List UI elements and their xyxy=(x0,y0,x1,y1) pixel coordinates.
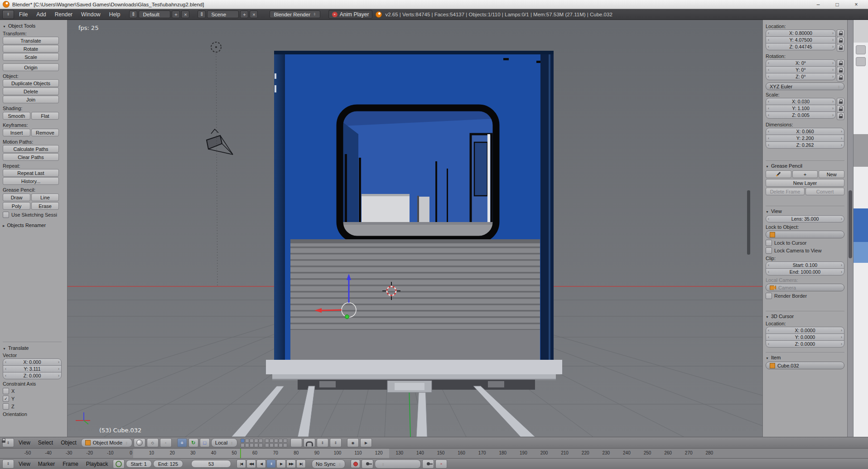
constraint-y-checkbox[interactable]: Y xyxy=(3,396,62,402)
grease-pencil-add-icon[interactable]: + xyxy=(792,170,818,178)
mode-dropdown[interactable]: Object Mode xyxy=(81,438,132,447)
pivot-align-toggle[interactable]: ◦ xyxy=(160,438,172,447)
flat-button[interactable]: Flat xyxy=(31,112,59,120)
screen-layout-delete-button[interactable]: × xyxy=(181,10,189,18)
snap-element-dropdown[interactable]: ⇕ xyxy=(317,438,328,447)
clip-end-field[interactable]: End: 1000.000 xyxy=(766,268,844,276)
scale-button[interactable]: Scale xyxy=(3,53,59,61)
location-y-field[interactable]: Y: 4.07500 xyxy=(766,36,836,44)
vector-y-field[interactable]: Y: 3.111 xyxy=(3,365,62,372)
layer-toggle[interactable] xyxy=(250,443,254,447)
history-button[interactable]: History... xyxy=(3,177,59,185)
cursor-x-field[interactable]: X: 0.0000 xyxy=(766,327,844,334)
layer-toggle[interactable] xyxy=(283,439,287,443)
translate-button[interactable]: Translate xyxy=(3,37,59,44)
dimensions-y-field[interactable]: Y: 2.200 xyxy=(766,135,844,142)
convert-button[interactable]: Convert xyxy=(805,188,844,195)
snap-toggle[interactable] xyxy=(304,438,315,447)
snap-target-dropdown[interactable]: ⇕ xyxy=(330,438,342,447)
timeline-ruler[interactable]: -50-40-30-20-100102030405060708090100110… xyxy=(0,448,868,459)
menu-add[interactable]: Add xyxy=(33,11,49,18)
repeat-last-button[interactable]: Repeat Last xyxy=(3,169,59,177)
auto-keyframe-record-button[interactable] xyxy=(351,459,360,468)
rotation-z-field[interactable]: Z: 0° xyxy=(766,73,836,80)
lock-camera-checkbox[interactable]: Lock Camera to View xyxy=(766,247,844,254)
new-layer-button[interactable]: New Layer xyxy=(766,179,844,187)
layer-toggle[interactable] xyxy=(265,439,269,443)
menu-window[interactable]: Window xyxy=(77,11,104,18)
layer-toggle[interactable] xyxy=(259,439,263,443)
y-handle[interactable] xyxy=(345,315,349,319)
layer-toggle[interactable] xyxy=(265,443,269,447)
scene-field[interactable]: Scene xyxy=(207,10,239,18)
maximize-button[interactable]: □ xyxy=(828,0,846,9)
lock-rotation-x-icon[interactable] xyxy=(837,59,844,67)
rotation-mode-dropdown[interactable]: XYZ Euler xyxy=(766,82,844,90)
panel-3d-cursor[interactable]: 3D Cursor xyxy=(766,311,844,319)
join-button[interactable]: Join xyxy=(3,96,59,103)
anim-player-button[interactable]: Anim Player xyxy=(328,10,373,19)
lock-scale-y-icon[interactable] xyxy=(837,105,844,113)
active-keying-set-dropdown[interactable] xyxy=(375,459,421,469)
panel-view[interactable]: View xyxy=(766,206,844,214)
layer-toggle[interactable] xyxy=(250,439,254,443)
constraint-x-checkbox[interactable]: X xyxy=(3,388,62,394)
layer-toggle[interactable] xyxy=(254,439,258,443)
menu-file[interactable]: File xyxy=(15,11,31,18)
lock-rotation-z-icon[interactable] xyxy=(837,74,844,82)
lock-location-x-icon[interactable] xyxy=(837,29,844,37)
menu-select[interactable]: Select xyxy=(35,440,56,446)
scale-z-field[interactable]: Z: 0.005 xyxy=(766,111,836,119)
gp-poly-button[interactable]: Poly xyxy=(3,202,30,210)
panel-object-tools[interactable]: Object Tools xyxy=(3,23,64,29)
menu-view[interactable]: View xyxy=(15,461,34,467)
scale-y-field[interactable]: Y: 1.100 xyxy=(766,105,836,112)
calculate-paths-button[interactable]: Calculate Paths xyxy=(3,145,59,153)
constraint-z-checkbox[interactable]: Z xyxy=(3,403,62,410)
transport-button[interactable]: ▶| xyxy=(296,459,306,468)
lens-field[interactable]: Lens: 35.000 xyxy=(766,215,844,222)
grease-pencil-draw-icon[interactable] xyxy=(766,170,791,178)
layer-toggle[interactable] xyxy=(279,439,283,443)
smooth-button[interactable]: Smooth xyxy=(3,112,30,120)
render-engine-dropdown[interactable]: Blender Render xyxy=(270,10,320,18)
layer-toggle[interactable] xyxy=(245,443,249,447)
delete-frame-button[interactable]: Delete Frame xyxy=(766,188,805,195)
keying-set-icon[interactable] xyxy=(362,459,373,469)
transport-button[interactable]: ◀ xyxy=(256,459,266,468)
vector-z-field[interactable]: Z: 0.000 xyxy=(3,372,62,379)
scene-add-button[interactable]: + xyxy=(240,10,248,18)
dimensions-z-field[interactable]: Z: 0.262 xyxy=(766,141,844,149)
editor-type-icon[interactable]: ⇕ xyxy=(2,10,14,19)
panel-objects-renamer[interactable]: Objects Renamer xyxy=(3,222,64,228)
properties-scrollbar[interactable] xyxy=(847,20,853,437)
manipulator-scale-toggle[interactable]: □ xyxy=(200,438,210,447)
gp-erase-button[interactable]: Erase xyxy=(31,202,59,210)
clip-start-field[interactable]: Start: 0.100 xyxy=(766,261,844,269)
remove-keyframe-button[interactable]: Remove xyxy=(31,129,59,136)
duplicate-objects-button[interactable]: Duplicate Objects xyxy=(3,79,59,87)
layer-toggle[interactable] xyxy=(259,443,263,447)
menu-marker[interactable]: Marker xyxy=(35,461,58,467)
layer-toggle[interactable] xyxy=(274,443,278,447)
transport-button[interactable]: ▶ xyxy=(276,459,286,468)
scene-delete-button[interactable]: × xyxy=(250,10,258,18)
current-frame-indicator[interactable] xyxy=(240,449,241,459)
transport-button[interactable]: ◀◀ xyxy=(246,459,256,468)
menu-view[interactable]: View xyxy=(15,440,34,446)
lock-scale-z-icon[interactable] xyxy=(837,112,844,120)
cursor-z-field[interactable]: Z: 0.0000 xyxy=(766,340,844,348)
delete-button[interactable]: Delete xyxy=(3,87,59,95)
close-button[interactable]: × xyxy=(847,0,865,9)
layer-toggle[interactable] xyxy=(270,439,274,443)
lock-to-cursor-checkbox[interactable]: Lock to Cursor xyxy=(766,240,844,246)
lock-location-y-icon[interactable] xyxy=(837,37,844,44)
viewport-3d[interactable]: fps: 25 (53) Cube.032 xyxy=(68,20,762,437)
scene-browse-icon[interactable]: ⇕ xyxy=(198,10,206,18)
rotation-x-field[interactable]: X: 0° xyxy=(766,59,836,67)
pivot-point-dropdown[interactable]: ◇ xyxy=(147,438,159,447)
insert-keyframe-button[interactable]: Insert xyxy=(3,129,30,136)
train-object[interactable] xyxy=(266,51,562,390)
delete-keyframe-icon[interactable]: × xyxy=(435,459,447,469)
layer-toggle[interactable] xyxy=(254,443,258,447)
